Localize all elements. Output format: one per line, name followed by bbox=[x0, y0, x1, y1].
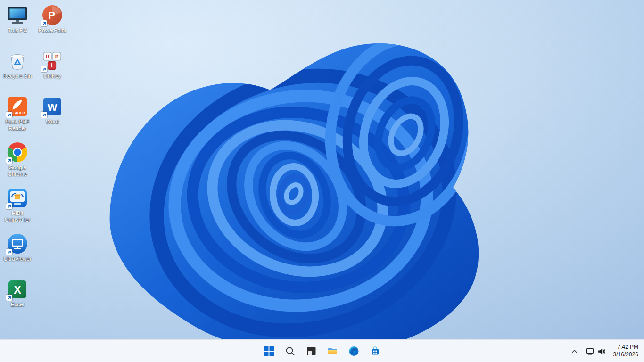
shortcut-arrow-icon bbox=[41, 20, 47, 26]
powerpoint-icon: P bbox=[41, 4, 64, 26]
shortcut-arrow-icon bbox=[6, 203, 12, 209]
desktop-icon-label: PowerPoint bbox=[39, 27, 66, 34]
excel-icon: X bbox=[6, 278, 29, 301]
desktop-icon-google-chrome[interactable]: Google Chrome bbox=[0, 141, 35, 187]
taskbar: 7:42 PM 3/16/2026 bbox=[0, 339, 644, 362]
shortcut-arrow-icon bbox=[6, 157, 12, 164]
desktop-icon-word[interactable]: W Word bbox=[35, 95, 70, 141]
system-tray: 7:42 PM 3/16/2026 bbox=[568, 340, 641, 362]
svg-text:u: u bbox=[46, 53, 49, 60]
chevron-up-icon bbox=[571, 349, 578, 354]
desktop-icon-label: This PC bbox=[8, 27, 27, 34]
edge-button[interactable] bbox=[345, 341, 363, 361]
desktop-icon-label: UltraViewer bbox=[3, 256, 31, 263]
shortcut-arrow-icon bbox=[41, 112, 47, 118]
desktop-icon-excel[interactable]: X Excel bbox=[0, 278, 35, 324]
store-button[interactable] bbox=[366, 341, 385, 361]
taskbar-clock[interactable]: 7:42 PM 3/16/2026 bbox=[611, 341, 641, 361]
store-icon bbox=[370, 346, 381, 357]
desktop-icon-powerpoint[interactable]: P PowerPoint bbox=[35, 4, 70, 49]
word-icon: W bbox=[41, 95, 64, 118]
shortcut-arrow-icon bbox=[6, 295, 12, 301]
desktop: This PC Recycle Bin bbox=[0, 0, 644, 362]
hibit-uninstaller-icon bbox=[6, 187, 29, 209]
shortcut-arrow-icon bbox=[41, 66, 47, 72]
tray-overflow-button[interactable] bbox=[568, 342, 581, 361]
ultraviewer-icon bbox=[6, 232, 29, 255]
desktop-icon-this-pc[interactable]: This PC bbox=[0, 4, 35, 49]
desktop-icon-label: Google Chrome bbox=[0, 165, 34, 177]
desktop-icon-recycle-bin[interactable]: Recycle Bin bbox=[0, 49, 35, 95]
start-button[interactable] bbox=[260, 341, 279, 361]
desktop-icon-label: Excel bbox=[11, 302, 24, 308]
desktop-icon-ultraviewer[interactable]: UltraViewer bbox=[0, 232, 35, 278]
search-icon bbox=[285, 346, 296, 357]
recycle-bin-icon bbox=[6, 49, 29, 72]
task-view-icon bbox=[306, 346, 317, 357]
desktop-icon-hibit-uninstaller[interactable]: HiBit Uninstaller bbox=[0, 187, 35, 232]
this-pc-icon bbox=[6, 4, 29, 26]
task-view-button[interactable] bbox=[302, 341, 321, 361]
file-explorer-button[interactable] bbox=[323, 341, 342, 361]
foxit-reader-icon: READER bbox=[6, 95, 29, 118]
desktop-icon-label: Recycle Bin bbox=[3, 73, 32, 80]
desktop-icon-label: UniKey bbox=[43, 73, 61, 80]
windows-logo-icon bbox=[264, 346, 274, 356]
unikey-icon: u n i bbox=[41, 49, 64, 72]
network-icon bbox=[586, 347, 594, 355]
taskbar-center-icons bbox=[260, 341, 385, 361]
chrome-icon bbox=[6, 141, 29, 164]
shortcut-arrow-icon bbox=[6, 249, 12, 255]
svg-text:n: n bbox=[55, 53, 58, 60]
volume-icon bbox=[597, 347, 605, 355]
svg-text:P: P bbox=[48, 9, 55, 21]
tray-status-area[interactable] bbox=[583, 342, 609, 361]
search-button[interactable] bbox=[281, 341, 300, 361]
clock-time: 7:42 PM bbox=[613, 344, 638, 351]
folder-icon bbox=[327, 346, 339, 357]
clock-date: 3/16/2026 bbox=[613, 351, 638, 359]
svg-text:i: i bbox=[51, 62, 52, 69]
desktop-icon-label: Foxit PDF Reader bbox=[0, 119, 34, 132]
shortcut-arrow-icon bbox=[6, 112, 12, 118]
desktop-icon-foxit-reader[interactable]: READER Foxit PDF Reader bbox=[0, 95, 35, 141]
svg-text:X: X bbox=[14, 283, 21, 296]
edge-icon bbox=[348, 346, 360, 357]
desktop-icon-unikey[interactable]: u n i UniKey bbox=[35, 49, 70, 95]
desktop-icon-label: Word bbox=[46, 119, 58, 125]
svg-text:W: W bbox=[48, 101, 58, 113]
desktop-icon-label: HiBit Uninstaller bbox=[0, 210, 34, 223]
desktop-icon-grid: This PC Recycle Bin bbox=[0, 4, 70, 324]
wallpaper-bloom bbox=[100, 41, 497, 339]
